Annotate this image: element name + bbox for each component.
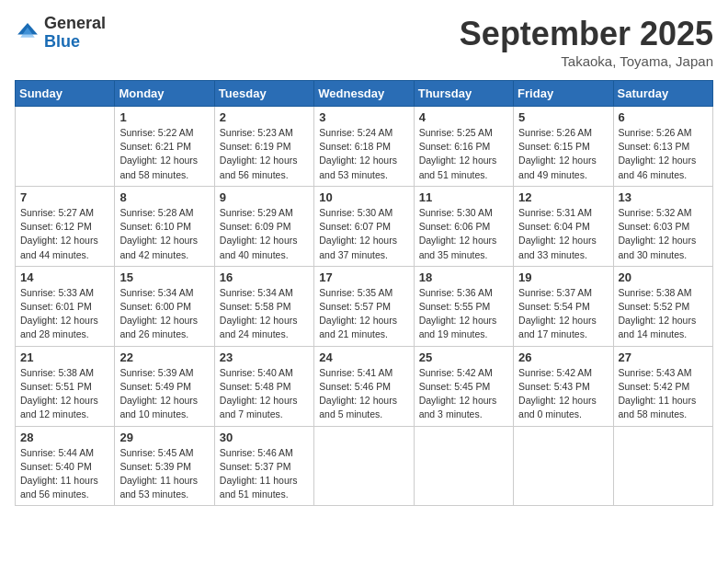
day-info: Sunrise: 5:43 AM Sunset: 5:42 PM Dayligh… xyxy=(619,366,708,422)
day-info: Sunrise: 5:31 AM Sunset: 6:04 PM Dayligh… xyxy=(518,206,608,262)
day-info: Sunrise: 5:34 AM Sunset: 5:58 PM Dayligh… xyxy=(220,286,309,342)
day-info: Sunrise: 5:39 AM Sunset: 5:49 PM Dayligh… xyxy=(119,366,209,422)
day-number: 23 xyxy=(220,350,309,364)
day-info: Sunrise: 5:36 AM Sunset: 5:55 PM Dayligh… xyxy=(419,286,508,342)
page-header: General Blue September 2025 Takaoka, Toy… xyxy=(15,15,713,69)
calendar-cell: 14Sunrise: 5:33 AM Sunset: 6:01 PM Dayli… xyxy=(16,266,115,346)
day-info: Sunrise: 5:35 AM Sunset: 5:57 PM Dayligh… xyxy=(319,286,408,342)
day-number: 6 xyxy=(619,110,708,124)
day-number: 30 xyxy=(220,431,309,444)
day-number: 4 xyxy=(419,110,508,124)
day-info: Sunrise: 5:32 AM Sunset: 6:03 PM Dayligh… xyxy=(619,206,708,262)
day-number: 12 xyxy=(518,190,608,204)
day-number: 9 xyxy=(220,190,309,204)
calendar-cell: 24Sunrise: 5:41 AM Sunset: 5:46 PM Dayli… xyxy=(314,346,414,426)
day-number: 13 xyxy=(619,190,708,204)
column-header-monday: Monday xyxy=(115,81,214,107)
calendar-cell: 17Sunrise: 5:35 AM Sunset: 5:57 PM Dayli… xyxy=(314,266,414,346)
calendar-cell: 26Sunrise: 5:42 AM Sunset: 5:43 PM Dayli… xyxy=(514,346,613,426)
calendar-week-row: 7Sunrise: 5:27 AM Sunset: 6:12 PM Daylig… xyxy=(16,186,713,266)
calendar-table: SundayMondayTuesdayWednesdayThursdayFrid… xyxy=(15,80,713,506)
calendar-week-row: 1Sunrise: 5:22 AM Sunset: 6:21 PM Daylig… xyxy=(16,107,713,187)
day-number: 25 xyxy=(419,350,508,364)
calendar-cell: 6Sunrise: 5:26 AM Sunset: 6:13 PM Daylig… xyxy=(613,107,712,187)
column-header-saturday: Saturday xyxy=(613,81,712,107)
day-number: 15 xyxy=(119,270,209,284)
calendar-cell: 11Sunrise: 5:30 AM Sunset: 6:06 PM Dayli… xyxy=(414,186,513,266)
calendar-cell: 23Sunrise: 5:40 AM Sunset: 5:48 PM Dayli… xyxy=(214,346,313,426)
calendar-cell: 7Sunrise: 5:27 AM Sunset: 6:12 PM Daylig… xyxy=(16,186,115,266)
day-info: Sunrise: 5:45 AM Sunset: 5:39 PM Dayligh… xyxy=(119,446,209,502)
calendar-cell: 18Sunrise: 5:36 AM Sunset: 5:55 PM Dayli… xyxy=(414,266,513,346)
calendar-cell: 15Sunrise: 5:34 AM Sunset: 6:00 PM Dayli… xyxy=(115,266,214,346)
calendar-week-row: 21Sunrise: 5:38 AM Sunset: 5:51 PM Dayli… xyxy=(16,346,713,426)
calendar-cell: 4Sunrise: 5:25 AM Sunset: 6:16 PM Daylig… xyxy=(414,107,513,187)
column-header-sunday: Sunday xyxy=(16,81,115,107)
logo-icon xyxy=(15,20,40,46)
calendar-cell: 30Sunrise: 5:46 AM Sunset: 5:37 PM Dayli… xyxy=(214,426,313,506)
month-title: September 2025 xyxy=(460,15,713,53)
column-header-friday: Friday xyxy=(514,81,613,107)
day-info: Sunrise: 5:29 AM Sunset: 6:09 PM Dayligh… xyxy=(220,206,309,262)
day-info: Sunrise: 5:40 AM Sunset: 5:48 PM Dayligh… xyxy=(220,366,309,422)
day-number: 7 xyxy=(20,190,109,204)
day-number: 21 xyxy=(20,350,109,364)
day-info: Sunrise: 5:42 AM Sunset: 5:43 PM Dayligh… xyxy=(518,366,608,422)
logo: General Blue xyxy=(15,15,106,52)
day-number: 1 xyxy=(119,110,209,124)
day-info: Sunrise: 5:27 AM Sunset: 6:12 PM Dayligh… xyxy=(20,206,109,262)
column-header-tuesday: Tuesday xyxy=(214,81,313,107)
calendar-cell: 2Sunrise: 5:23 AM Sunset: 6:19 PM Daylig… xyxy=(214,107,313,187)
calendar-cell: 16Sunrise: 5:34 AM Sunset: 5:58 PM Dayli… xyxy=(214,266,313,346)
day-number: 18 xyxy=(419,270,508,284)
day-number: 2 xyxy=(220,110,309,124)
day-info: Sunrise: 5:41 AM Sunset: 5:46 PM Dayligh… xyxy=(319,366,408,422)
day-info: Sunrise: 5:25 AM Sunset: 6:16 PM Dayligh… xyxy=(419,126,508,182)
day-number: 17 xyxy=(319,270,408,284)
day-number: 3 xyxy=(319,110,408,124)
day-number: 5 xyxy=(518,110,608,124)
calendar-cell: 29Sunrise: 5:45 AM Sunset: 5:39 PM Dayli… xyxy=(115,426,214,506)
title-block: September 2025 Takaoka, Toyama, Japan xyxy=(460,15,713,69)
calendar-cell: 20Sunrise: 5:38 AM Sunset: 5:52 PM Dayli… xyxy=(613,266,712,346)
day-info: Sunrise: 5:30 AM Sunset: 6:06 PM Dayligh… xyxy=(419,206,508,262)
day-info: Sunrise: 5:33 AM Sunset: 6:01 PM Dayligh… xyxy=(20,286,109,342)
day-info: Sunrise: 5:46 AM Sunset: 5:37 PM Dayligh… xyxy=(220,446,309,502)
calendar-cell: 1Sunrise: 5:22 AM Sunset: 6:21 PM Daylig… xyxy=(115,107,214,187)
day-number: 14 xyxy=(20,270,109,284)
day-number: 19 xyxy=(518,270,608,284)
day-number: 20 xyxy=(619,270,708,284)
calendar-cell: 27Sunrise: 5:43 AM Sunset: 5:42 PM Dayli… xyxy=(613,346,712,426)
day-info: Sunrise: 5:28 AM Sunset: 6:10 PM Dayligh… xyxy=(119,206,209,262)
calendar-cell: 10Sunrise: 5:30 AM Sunset: 6:07 PM Dayli… xyxy=(314,186,414,266)
day-info: Sunrise: 5:23 AM Sunset: 6:19 PM Dayligh… xyxy=(220,126,309,182)
calendar-cell: 5Sunrise: 5:26 AM Sunset: 6:15 PM Daylig… xyxy=(514,107,613,187)
day-info: Sunrise: 5:30 AM Sunset: 6:07 PM Dayligh… xyxy=(319,206,408,262)
day-number: 11 xyxy=(419,190,508,204)
calendar-cell: 8Sunrise: 5:28 AM Sunset: 6:10 PM Daylig… xyxy=(115,186,214,266)
calendar-cell xyxy=(314,426,414,506)
day-info: Sunrise: 5:38 AM Sunset: 5:52 PM Dayligh… xyxy=(619,286,708,342)
day-number: 22 xyxy=(119,350,209,364)
day-number: 29 xyxy=(119,431,209,444)
day-number: 16 xyxy=(220,270,309,284)
logo-general: General xyxy=(44,15,106,33)
day-info: Sunrise: 5:34 AM Sunset: 6:00 PM Dayligh… xyxy=(119,286,209,342)
day-info: Sunrise: 5:44 AM Sunset: 5:40 PM Dayligh… xyxy=(20,446,109,502)
day-info: Sunrise: 5:22 AM Sunset: 6:21 PM Dayligh… xyxy=(119,126,209,182)
logo-text: General Blue xyxy=(44,15,106,52)
calendar-cell: 25Sunrise: 5:42 AM Sunset: 5:45 PM Dayli… xyxy=(414,346,513,426)
day-number: 8 xyxy=(119,190,209,204)
calendar-cell: 3Sunrise: 5:24 AM Sunset: 6:18 PM Daylig… xyxy=(314,107,414,187)
calendar-cell: 28Sunrise: 5:44 AM Sunset: 5:40 PM Dayli… xyxy=(16,426,115,506)
day-info: Sunrise: 5:24 AM Sunset: 6:18 PM Dayligh… xyxy=(319,126,408,182)
column-header-thursday: Thursday xyxy=(414,81,513,107)
day-number: 27 xyxy=(619,350,708,364)
column-header-wednesday: Wednesday xyxy=(314,81,414,107)
calendar-cell: 12Sunrise: 5:31 AM Sunset: 6:04 PM Dayli… xyxy=(514,186,613,266)
day-number: 10 xyxy=(319,190,408,204)
calendar-cell xyxy=(514,426,613,506)
day-info: Sunrise: 5:26 AM Sunset: 6:15 PM Dayligh… xyxy=(518,126,608,182)
logo-blue: Blue xyxy=(44,33,106,52)
calendar-cell: 9Sunrise: 5:29 AM Sunset: 6:09 PM Daylig… xyxy=(214,186,313,266)
